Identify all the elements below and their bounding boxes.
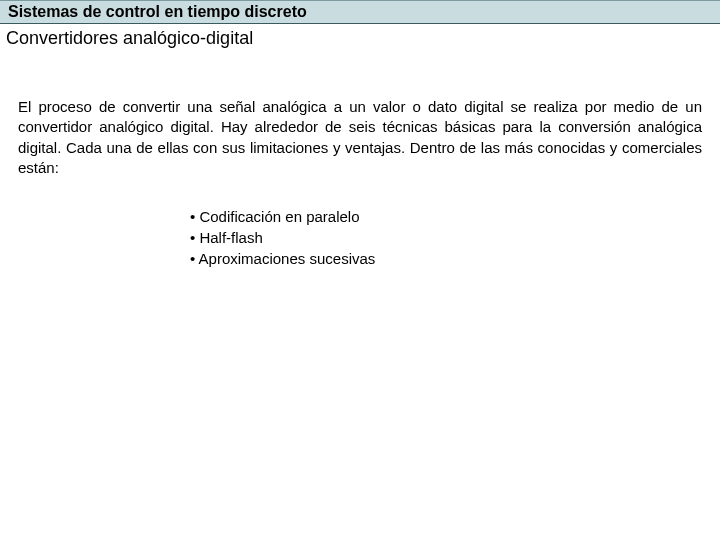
- slide-subtitle: Convertidores analógico-digital: [0, 24, 720, 49]
- slide-header-title: Sistemas de control en tiempo discreto: [8, 3, 307, 20]
- list-item-label: Aproximaciones sucesivas: [199, 250, 376, 267]
- list-item: Aproximaciones sucesivas: [190, 248, 720, 269]
- list-item: Codificación en paralelo: [190, 206, 720, 227]
- list-item: Half-flash: [190, 227, 720, 248]
- slide-header: Sistemas de control en tiempo discreto: [0, 0, 720, 24]
- list-item-label: Half-flash: [199, 229, 262, 246]
- list-item-label: Codificación en paralelo: [199, 208, 359, 225]
- slide-body-paragraph: El proceso de convertir una señal analóg…: [0, 49, 720, 178]
- bullet-list: Codificación en paralelo Half-flash Apro…: [0, 206, 720, 269]
